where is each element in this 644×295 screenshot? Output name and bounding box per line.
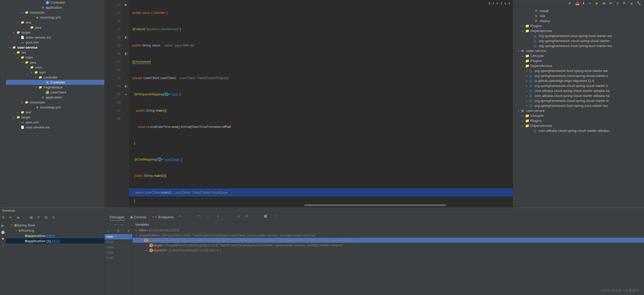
filter-icon[interactable]: ▽ [37,215,41,220]
tree-item[interactable]: ▾📁com [6,65,104,70]
variable-row[interactable]: ▸ ≡ this = {Controller@11257} [132,228,644,233]
next-icon[interactable]: ∨ [508,1,511,5]
breakpoint-icon[interactable]: ● [125,92,127,96]
settings-icon[interactable]: ☰ [273,214,278,218]
run-icon[interactable]: ▶ [2,224,4,227]
generate-icon[interactable]: 📥 [575,1,580,6]
tree-item[interactable]: ⊕application [6,5,104,10]
frame-item[interactable]: main [105,234,132,239]
step-icon[interactable]: ≣ [17,215,21,220]
project-tree[interactable]: CController⊕application▾📁resources◆boots… [6,0,104,208]
nav-icon[interactable]: ◐ [125,51,127,55]
maven-item[interactable]: ▾⬢user-service [513,108,644,113]
tree-item[interactable]: ◆bootstrap.yml [6,105,104,110]
step-over-icon[interactable]: ↷ [198,214,202,218]
tree-item[interactable]: mpom.xml [6,40,104,45]
maven-item[interactable]: ▸|||org.springframework.cloud:spring-clo… [513,83,644,88]
tree-item[interactable]: ▸📁test [6,110,104,115]
tree-item[interactable]: CController [6,0,104,5]
add-config-icon[interactable]: +̣ [52,215,56,220]
nav-icon[interactable]: ◐ [125,35,127,39]
tree-item[interactable]: mpom.xml [6,120,104,125]
maven-item[interactable]: ▸📁Plugins [513,58,644,63]
nav-icon[interactable]: ◐ [125,84,127,88]
maven-item[interactable]: ▸📁Lifecycle [513,53,644,58]
maven-item[interactable]: ▸📁Lifecycle [513,113,644,118]
step-into-icon[interactable]: ↓ [207,214,211,218]
tree-item[interactable]: ▾📁resources [6,10,104,15]
collapse-icon[interactable]: ⇱ [623,1,628,6]
maven-item[interactable]: ▸|||org.springframework.cloud:spring-clo… [513,73,644,78]
force-step-icon[interactable]: ⇓ [217,214,221,218]
add-icon[interactable]: + [127,229,130,233]
tree-item[interactable]: ▾📁java [6,60,104,65]
maven-item[interactable]: |||org.springframework.cloud:spring-clou… [513,38,644,43]
run-icon[interactable]: ▶ [596,1,600,6]
globe-icon[interactable]: 🌐▾ [164,92,171,96]
tab-console[interactable]: ▣ Console [130,214,146,221]
wrench-icon[interactable]: 🔧 [637,1,641,6]
maven-panel[interactable]: ⟳ 📥 ⬇ + ▶ m ⇄ ⊕ ⇱ ⇲ 🔧 ⚙install⚙site⚙depl… [513,0,644,208]
maven-item[interactable]: |||org.springframework.boot:spring-boot-… [513,33,644,38]
tree-item[interactable]: ▸📁target [6,30,104,35]
tree-item[interactable]: ◆bootstrap.yml [6,15,104,20]
list-icon[interactable]: ≡ [179,214,183,218]
run-dashboard[interactable]: ▾ ⬢ Spring Boot ▾ ▶ Running ⬢ applicatio… [6,221,104,295]
run-to-icon[interactable]: →| [236,214,240,218]
globe-icon[interactable]: 🌐▾ [157,157,163,161]
maven-item[interactable]: ▸|||com.alibaba.cloud:spring-cloud-start… [513,88,644,93]
next-frame-icon[interactable]: → [120,222,123,226]
stop-icon[interactable]: ≡ [9,215,14,220]
variable-row[interactable]: ▸ f target = {Target$HardCodedTarget@113… [132,243,644,248]
grid-icon[interactable]: ⊞ [30,215,34,220]
debug-icon[interactable]: ⬤ [1,230,5,234]
expand-icon[interactable]: ⇲ [630,1,635,6]
frame-item[interactable]: invok [105,245,132,250]
more-icon[interactable]: ⋮ [1,243,5,247]
tree-item[interactable]: 📄order-service.iml [6,35,104,40]
tree-item[interactable]: ▸📁target [6,115,104,120]
tree-item[interactable]: ▾📁test [6,20,104,25]
tree-item[interactable]: ▾📁Feginterface [6,85,104,90]
tree-item[interactable]: ▾📁wyh [6,70,104,75]
variable-row[interactable]: ▾ f h = {ReflectiveFeign$FeignInvocation… [132,238,644,243]
frames-panel[interactable]: ←→ ↓▽+ maininvokinvokinvokinvok [104,221,132,295]
tab-debugger[interactable]: Debugger [110,214,125,221]
maven-item[interactable]: ⚙site [513,13,644,18]
frame-item[interactable]: invok [105,239,132,245]
tree-item[interactable]: ▾📁main [6,55,104,60]
maven-item[interactable]: ▸|||org.springframework.boot:spring-boot… [513,103,644,108]
filter-icon[interactable]: ▽ [117,229,120,233]
rerun-icon[interactable]: ↻ [2,215,6,220]
maven-item[interactable]: ▸📁Plugins [513,23,644,28]
tree-item[interactable]: CController [6,80,104,85]
variables-panel[interactable]: Variables ▸ ≡ this = {Controller@11257}▾… [132,221,644,295]
globe-icon[interactable]: ⊕ [616,1,621,6]
maven-item[interactable]: ▸📁Plugins [513,118,644,123]
stop-icon[interactable]: ■ [2,237,4,241]
run-icon[interactable]: ▶ [125,3,127,7]
tab-endpoints[interactable]: ⚬⚬ Endpoints [152,214,173,221]
tree-item[interactable]: ⊕application [6,95,104,100]
maven-item[interactable]: ⚙deploy [513,18,644,23]
refresh-icon[interactable]: ⟳ [568,1,573,6]
frame-item[interactable]: invok [105,255,132,260]
maven-item[interactable]: ▸|||com.alibaba.cloud:spring-cloud-start… [513,93,644,98]
maven-item[interactable]: |||org.springframework.boot:spring-boot-… [513,43,644,48]
download-icon[interactable]: ⬇ [582,1,587,6]
tree-icon[interactable]: ⊟ [45,215,49,220]
prev-icon[interactable]: ∧ [504,1,507,5]
maven-item[interactable]: |||com.alibaba.cloud:spring-cloud-starte… [513,128,644,133]
maven-item[interactable]: ▾⬢order-service [513,48,644,53]
maven-item[interactable]: ▸|||org.springframework.cloud:spring-clo… [513,98,644,103]
step-out-icon[interactable]: ↑ [226,214,230,218]
gutter-icons[interactable]: ▶ ◐ ◐ ◐ ● [123,0,129,208]
down-icon[interactable]: ↓ [107,229,109,233]
m-icon[interactable]: m [603,1,607,6]
maven-item[interactable]: ▸|||org.springframework.boot:spring-boot… [513,68,644,73]
maven-item[interactable]: ⚙install [513,8,644,13]
prev-frame-icon[interactable]: ← [114,222,117,226]
maven-item[interactable]: ▾📁Dependencies [513,63,644,68]
table-icon[interactable]: ▦ [264,214,268,218]
inspections-widget[interactable]: ⚠1 ✔1 ∧ ∨ [488,1,511,5]
